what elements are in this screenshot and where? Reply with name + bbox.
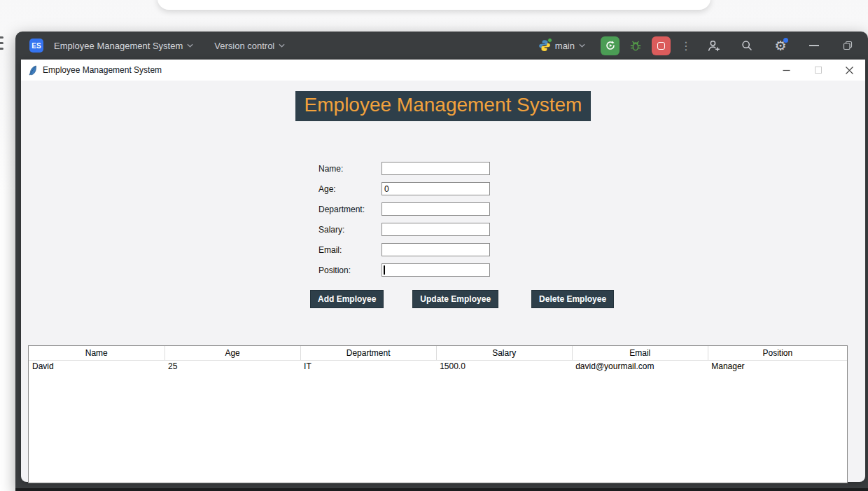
maximize-icon bbox=[815, 67, 822, 74]
cell-age: 25 bbox=[164, 360, 300, 373]
name-label: Name: bbox=[318, 164, 382, 174]
form-row-name: Name: bbox=[318, 158, 490, 179]
cell-email: david@yourmail.com bbox=[572, 360, 708, 373]
app-window: Employee Management System Employee Mana… bbox=[21, 60, 865, 482]
delete-employee-button[interactable]: Delete Employee bbox=[531, 290, 614, 308]
more-actions-button[interactable]: ⋮ bbox=[680, 39, 692, 53]
salary-label: Salary: bbox=[318, 225, 382, 235]
employee-table: Name Age Department Salary Email Positio… bbox=[28, 345, 848, 483]
minimize-icon bbox=[783, 67, 790, 74]
project-selector[interactable]: ES Employee Management System bbox=[25, 36, 197, 55]
email-label: Email: bbox=[318, 245, 382, 255]
code-with-me-button[interactable] bbox=[704, 36, 722, 55]
close-icon bbox=[846, 67, 853, 74]
minimize-icon bbox=[809, 45, 819, 46]
add-employee-button[interactable]: Add Employee bbox=[310, 290, 384, 308]
table-row[interactable]: David 25 IT 1500.0 david@yourmail.com Ma… bbox=[29, 360, 847, 373]
form-row-position: Position: bbox=[318, 260, 490, 280]
left-edge-dashes bbox=[0, 36, 4, 53]
background-window-edge bbox=[158, 0, 710, 10]
position-label: Position: bbox=[318, 265, 382, 275]
app-body: Employee Management System Name: Age: De… bbox=[21, 91, 865, 491]
employee-form: Name: Age: Department: Salary: Email: bbox=[318, 158, 490, 280]
ide-titlebar: ES Employee Management System Version co… bbox=[15, 32, 868, 60]
ide-minimize-button[interactable] bbox=[805, 36, 823, 55]
cell-department: IT bbox=[300, 360, 436, 373]
form-buttons: Add Employee Update Employee Delete Empl… bbox=[310, 290, 614, 308]
chevron-down-icon bbox=[579, 43, 585, 48]
column-header-position[interactable]: Position bbox=[708, 346, 847, 360]
running-indicator-dot bbox=[547, 38, 552, 43]
update-employee-button[interactable]: Update Employee bbox=[412, 290, 498, 308]
name-input[interactable] bbox=[382, 162, 490, 175]
column-header-name[interactable]: Name bbox=[29, 346, 164, 360]
notification-dot bbox=[783, 38, 788, 43]
search-icon bbox=[740, 39, 754, 53]
version-control-menu[interactable]: Version control bbox=[210, 38, 289, 54]
desktop: ES Employee Management System Version co… bbox=[0, 0, 868, 491]
app-close-button[interactable] bbox=[834, 60, 865, 81]
salary-input[interactable] bbox=[382, 223, 490, 236]
stop-icon bbox=[657, 42, 665, 50]
page-title: Employee Management System bbox=[295, 91, 592, 121]
version-control-label: Version control bbox=[214, 41, 274, 51]
column-header-salary[interactable]: Salary bbox=[436, 346, 572, 360]
tk-feather-icon bbox=[28, 65, 37, 76]
app-window-title: Employee Management System bbox=[43, 65, 162, 75]
debug-bug-icon bbox=[629, 39, 643, 53]
age-input[interactable] bbox=[382, 182, 490, 195]
email-input[interactable] bbox=[382, 243, 490, 256]
project-badge-icon: ES bbox=[29, 39, 43, 53]
user-plus-icon bbox=[706, 39, 721, 53]
cell-name: David bbox=[29, 360, 164, 373]
department-input[interactable] bbox=[382, 202, 490, 216]
column-header-email[interactable]: Email bbox=[572, 346, 708, 360]
column-header-age[interactable]: Age bbox=[164, 346, 300, 360]
python-logo-icon bbox=[538, 39, 551, 52]
column-header-department[interactable]: Department bbox=[300, 346, 436, 360]
chevron-down-icon bbox=[187, 43, 193, 48]
debug-button[interactable] bbox=[626, 36, 645, 55]
department-label: Department: bbox=[318, 205, 382, 214]
restore-window-icon bbox=[843, 41, 853, 50]
branch-name: main bbox=[555, 41, 575, 51]
table-header-row: Name Age Department Salary Email Positio… bbox=[29, 346, 847, 360]
ide-restore-button[interactable] bbox=[839, 36, 857, 55]
cell-salary: 1500.0 bbox=[436, 360, 572, 373]
form-row-age: Age: bbox=[318, 179, 490, 199]
settings-button[interactable]: ⚙ bbox=[771, 36, 790, 55]
app-titlebar: Employee Management System bbox=[21, 60, 865, 81]
age-label: Age: bbox=[318, 184, 382, 194]
search-everywhere-button[interactable] bbox=[738, 36, 756, 55]
project-name: Employee Management System bbox=[54, 41, 183, 51]
cell-position: Manager bbox=[708, 360, 847, 373]
stop-button[interactable] bbox=[652, 36, 671, 55]
chevron-down-icon bbox=[279, 43, 285, 48]
run-configuration-selector[interactable]: main bbox=[534, 36, 589, 55]
app-minimize-button[interactable] bbox=[771, 60, 802, 81]
rerun-button[interactable] bbox=[601, 36, 620, 55]
form-row-email: Email: bbox=[318, 240, 490, 260]
rerun-icon bbox=[605, 40, 616, 51]
position-input[interactable] bbox=[382, 263, 490, 277]
app-maximize-button[interactable] bbox=[802, 60, 834, 81]
form-row-department: Department: bbox=[318, 199, 490, 219]
text-cursor bbox=[384, 265, 385, 275]
form-row-salary: Salary: bbox=[318, 219, 490, 240]
